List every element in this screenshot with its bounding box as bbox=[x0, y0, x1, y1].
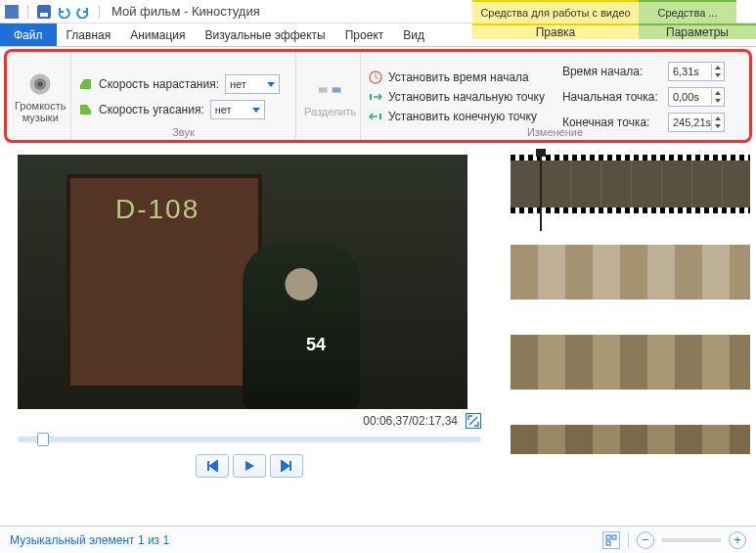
main-area: D-108 54 00:06,37/02:17,34 bbox=[0, 145, 756, 509]
start-point-input[interactable]: 0,00s bbox=[668, 87, 725, 107]
preview-frame: D-108 54 bbox=[18, 155, 467, 409]
svg-rect-13 bbox=[606, 541, 610, 545]
zoom-slider[interactable] bbox=[662, 538, 721, 542]
tab-animation[interactable]: Анимация bbox=[120, 23, 195, 46]
door-sign: D-108 bbox=[115, 194, 200, 225]
music-volume-label: Громкость музыки bbox=[15, 100, 66, 123]
group-label-edit: Изменение bbox=[361, 126, 749, 138]
ribbon-panel: Громкость музыки Скорость нарастания: не… bbox=[4, 49, 752, 143]
separator bbox=[99, 5, 100, 19]
video-clip[interactable] bbox=[511, 425, 750, 454]
svg-rect-9 bbox=[370, 94, 372, 100]
ribbon-tabs: Файл Главная Анимация Визуальные эффекты… bbox=[0, 23, 756, 47]
separator bbox=[27, 5, 28, 19]
start-time-label: Время начала: bbox=[562, 65, 662, 78]
svg-point-5 bbox=[38, 81, 43, 86]
view-mode-button[interactable] bbox=[602, 531, 620, 549]
speaker-icon bbox=[26, 70, 54, 98]
fadeout-label: Скорость угасания: bbox=[99, 103, 204, 116]
clip-thumbs bbox=[511, 335, 750, 390]
svg-rect-2 bbox=[40, 13, 48, 17]
window-title: Мой фильм - Киностудия bbox=[111, 4, 260, 19]
svg-rect-0 bbox=[5, 5, 19, 19]
fullscreen-button[interactable] bbox=[466, 413, 481, 429]
fadeout-icon bbox=[79, 103, 93, 116]
app-menu-icon[interactable] bbox=[4, 4, 20, 20]
play-icon bbox=[244, 460, 255, 472]
playhead[interactable] bbox=[540, 155, 542, 231]
quick-access-toolbar bbox=[4, 4, 104, 20]
tab-visual-effects[interactable]: Визуальные эффекты bbox=[196, 23, 335, 46]
fadein-icon bbox=[79, 77, 93, 91]
prev-frame-icon bbox=[205, 460, 219, 472]
trim-end-icon bbox=[369, 110, 382, 123]
status-bar: Музыкальный элемент 1 из 1 − + bbox=[0, 526, 756, 553]
clip-thumbs bbox=[511, 245, 750, 300]
next-frame-button[interactable] bbox=[270, 454, 303, 478]
set-start-time-button[interactable]: Установить время начала bbox=[369, 70, 545, 84]
start-point-label: Начальная точка: bbox=[562, 90, 662, 104]
timecode: 00:06,37/02:17,34 bbox=[363, 414, 458, 428]
zoom-in-button[interactable]: + bbox=[729, 531, 746, 549]
sprocket-bottom bbox=[511, 207, 750, 213]
seek-thumb[interactable] bbox=[37, 433, 49, 446]
video-clip[interactable] bbox=[511, 155, 750, 213]
save-icon[interactable] bbox=[36, 4, 52, 20]
trim-start-icon bbox=[369, 90, 382, 104]
start-time-input[interactable]: 6,31s bbox=[668, 62, 725, 81]
preview-pane: D-108 54 00:06,37/02:17,34 bbox=[0, 145, 499, 509]
set-end-point-button[interactable]: Установить конечную точку bbox=[369, 110, 545, 123]
tab-home[interactable]: Главная bbox=[57, 23, 121, 46]
tab-file[interactable]: Файл bbox=[0, 23, 57, 46]
fadeout-combo[interactable]: нет bbox=[210, 100, 265, 119]
split-button[interactable]: Разделить bbox=[304, 76, 356, 117]
tab-view[interactable]: Вид bbox=[393, 23, 434, 46]
jersey-number: 54 bbox=[306, 335, 326, 355]
zoom-out-button[interactable]: − bbox=[637, 531, 654, 549]
set-start-point-button[interactable]: Установить начальную точку bbox=[369, 90, 545, 104]
clock-icon bbox=[369, 70, 382, 84]
timeline-track[interactable] bbox=[499, 245, 752, 321]
context-header-video: Средства для работы с видео bbox=[472, 0, 639, 23]
split-label: Разделить bbox=[304, 106, 356, 117]
svg-rect-7 bbox=[332, 87, 340, 92]
svg-rect-11 bbox=[606, 535, 610, 539]
video-preview[interactable]: D-108 54 bbox=[18, 155, 467, 409]
redo-icon[interactable] bbox=[75, 4, 91, 20]
soldier-graphic bbox=[243, 243, 360, 409]
separator bbox=[628, 532, 629, 548]
tab-options-audio[interactable]: Параметры bbox=[639, 23, 756, 39]
fullscreen-icon bbox=[467, 415, 479, 427]
timeline-track[interactable] bbox=[499, 155, 752, 231]
timeline-track[interactable] bbox=[499, 425, 752, 464]
play-button[interactable] bbox=[233, 454, 266, 478]
timeline-track[interactable] bbox=[499, 335, 752, 411]
timeline-pane bbox=[499, 145, 756, 509]
clip-thumbs bbox=[511, 161, 750, 207]
fadein-label: Скорость нарастания: bbox=[99, 77, 219, 91]
tab-project[interactable]: Проект bbox=[335, 23, 394, 46]
seek-bar[interactable] bbox=[18, 437, 481, 442]
fadein-combo[interactable]: нет bbox=[225, 74, 280, 94]
prev-frame-button[interactable] bbox=[196, 454, 229, 478]
status-text: Музыкальный элемент 1 из 1 bbox=[10, 533, 169, 547]
transport-controls bbox=[18, 454, 481, 478]
tab-edit-video[interactable]: Правка bbox=[472, 23, 639, 39]
next-frame-icon bbox=[280, 460, 293, 472]
split-icon bbox=[317, 76, 344, 104]
video-clip[interactable] bbox=[511, 335, 750, 390]
clip-thumbs bbox=[511, 425, 750, 454]
thumbnails-icon bbox=[605, 534, 617, 546]
svg-rect-12 bbox=[612, 535, 616, 539]
context-header-audio: Средства ... bbox=[639, 0, 736, 23]
undo-icon[interactable] bbox=[56, 4, 71, 20]
video-clip[interactable] bbox=[511, 245, 750, 300]
svg-rect-10 bbox=[379, 114, 381, 119]
svg-rect-6 bbox=[318, 87, 327, 92]
music-volume-button[interactable]: Громкость музыки bbox=[15, 70, 66, 123]
group-label-sound: Звук bbox=[71, 126, 295, 138]
